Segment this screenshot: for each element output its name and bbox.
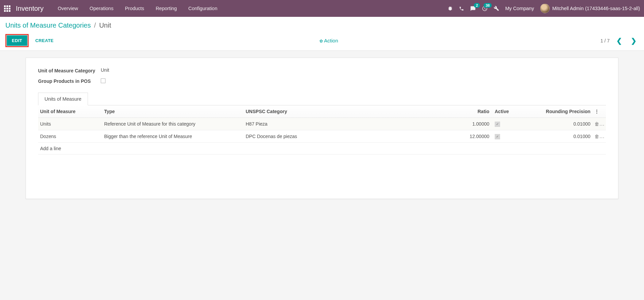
cell-rounding: 0.01000 [532, 118, 592, 130]
col-options[interactable]: ⋮ [592, 105, 606, 118]
tools-icon[interactable] [494, 6, 499, 11]
cell-active-checkbox[interactable]: ✓ [495, 134, 500, 139]
col-active[interactable]: Active [491, 105, 532, 118]
menu-products[interactable]: Products [120, 3, 149, 14]
value-category: Unit [101, 67, 109, 74]
breadcrumb-current: Unit [99, 22, 111, 29]
edit-button[interactable]: EDIT [7, 35, 27, 46]
cell-uom: Dozens [38, 130, 102, 143]
messages-badge: 2 [474, 3, 480, 8]
main-menu: Overview Operations Products Reporting C… [53, 3, 222, 14]
breadcrumb: Units of Measure Categories / Unit [5, 22, 639, 29]
pager-prev-icon[interactable]: ❮ [614, 37, 624, 45]
trash-icon[interactable]: 🗑 [594, 134, 599, 139]
cell-type: Reference Unit of Measure for this categ… [102, 118, 244, 130]
control-panel: Units of Measure Categories / Unit EDIT … [0, 17, 644, 51]
debug-icon[interactable] [448, 6, 453, 11]
col-ratio[interactable]: Ratio [461, 105, 491, 118]
table-row[interactable]: Dozens Bigger than the reference Unit of… [38, 130, 606, 143]
user-menu[interactable]: Mitchell Admin (17433446-saas-15-2-all) [540, 4, 640, 13]
label-category: Unit of Measure Category [38, 67, 101, 74]
cell-rounding: 0.01000 [532, 130, 592, 143]
top-navbar: Inventory Overview Operations Products R… [0, 0, 644, 17]
menu-overview[interactable]: Overview [53, 3, 83, 14]
cell-ratio: 1.00000 [461, 118, 491, 130]
cell-ratio: 12.00000 [461, 130, 491, 143]
cell-uom: Units [38, 118, 102, 130]
user-name: Mitchell Admin (17433446-saas-15-2-all) [552, 6, 640, 11]
phone-icon[interactable] [459, 6, 464, 11]
menu-configuration[interactable]: Configuration [184, 3, 222, 14]
activities-badge: 38 [484, 3, 492, 8]
cell-unspsc: H87 Pieza [244, 118, 461, 130]
table-row[interactable]: Units Reference Unit of Measure for this… [38, 118, 606, 130]
col-type[interactable]: Type [102, 105, 244, 118]
pager: 1 / 7 ❮ ❯ [601, 37, 639, 45]
app-brand[interactable]: Inventory [16, 5, 43, 12]
trash-icon[interactable]: 🗑 [594, 121, 599, 127]
apps-icon[interactable] [4, 5, 10, 12]
col-rounding[interactable]: Rounding Precision [532, 105, 592, 118]
tab-units-of-measure[interactable]: Units of Measure [38, 93, 88, 105]
breadcrumb-parent[interactable]: Units of Measure Categories [5, 22, 91, 29]
form-sheet: Unit of Measure Category Unit Group Prod… [26, 58, 618, 199]
menu-reporting[interactable]: Reporting [151, 3, 182, 14]
cell-unspsc: DPC Docenas de piezas [244, 130, 461, 143]
label-group-pos: Group Products in POS [38, 78, 101, 85]
menu-operations[interactable]: Operations [85, 3, 118, 14]
action-dropdown[interactable]: Action [319, 38, 338, 43]
edit-highlight: EDIT [5, 34, 29, 47]
pager-next-icon[interactable]: ❯ [629, 37, 639, 45]
pager-text[interactable]: 1 / 7 [601, 38, 610, 43]
activities-icon[interactable]: 38 [482, 6, 488, 11]
create-button[interactable]: CREATE [32, 36, 57, 45]
cell-active-checkbox[interactable]: ✓ [495, 122, 500, 127]
avatar [540, 4, 550, 13]
messages-icon[interactable]: 2 [470, 6, 476, 11]
add-line-button[interactable]: Add a line [38, 143, 606, 155]
col-unspsc[interactable]: UNSPSC Category [244, 105, 461, 118]
cell-type: Bigger than the reference Unit of Measur… [102, 130, 244, 143]
checkbox-group-pos[interactable] [101, 78, 105, 83]
company-selector[interactable]: My Company [505, 6, 534, 11]
col-uom[interactable]: Unit of Measure [38, 105, 102, 118]
uom-table: Unit of Measure Type UNSPSC Category Rat… [38, 105, 606, 155]
